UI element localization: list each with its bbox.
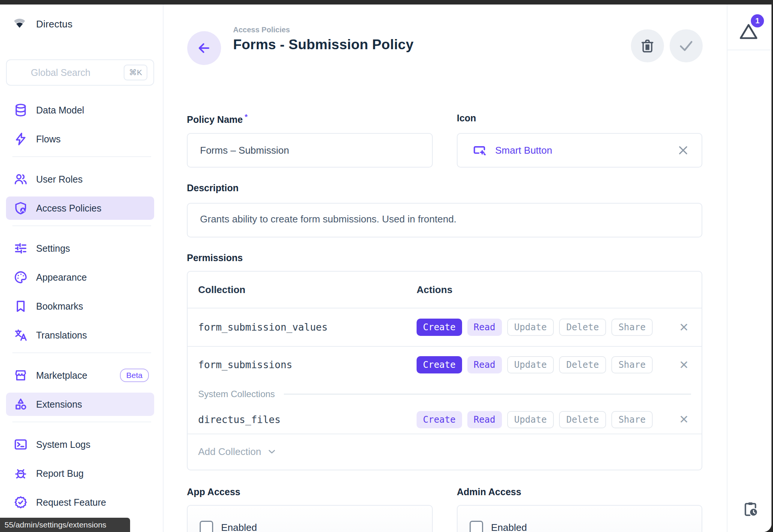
sidebar-item-label: Marketplace: [36, 370, 87, 381]
shield-user-icon: [14, 201, 28, 215]
browser-window: Directus Global Search ⌘K Data Model: [0, 0, 773, 532]
sidebar-item-label: Translations: [36, 330, 87, 341]
remove-row-icon[interactable]: ✕: [679, 322, 689, 333]
sidebar-item-label: Flows: [36, 134, 61, 145]
collection-name: form_submissions: [198, 359, 417, 370]
sidebar-item-user-roles[interactable]: User Roles: [6, 168, 154, 191]
bug-icon: [14, 466, 28, 481]
window-top-bar: [0, 0, 773, 5]
column-header-actions: Actions: [417, 284, 452, 296]
clipboard-clock-icon[interactable]: [742, 500, 759, 518]
directus-logo-icon: [11, 16, 28, 32]
action-chip-update[interactable]: Update: [507, 319, 554, 336]
action-chip-create[interactable]: Create: [417, 356, 462, 373]
page-title: Forms - Submission Policy: [233, 37, 414, 53]
remove-row-icon[interactable]: ✕: [679, 414, 689, 425]
app-name: Directus: [36, 18, 73, 30]
bolt-icon: [14, 132, 28, 146]
admin-access-checkbox[interactable]: [470, 521, 483, 532]
admin-access-box: Enabled: [457, 505, 702, 532]
permission-row-directus-files: directus_files Create Read Update Delete…: [188, 405, 702, 434]
sidebar-item-settings[interactable]: Settings: [6, 237, 154, 260]
permissions-label: Permissions: [187, 252, 243, 263]
add-collection-label: Add Collection: [198, 446, 261, 458]
action-chips: Create Read Update Delete Share: [417, 319, 653, 336]
add-collection-button[interactable]: Add Collection: [188, 434, 702, 469]
sidebar-nav: Data Model Flows User Roles: [0, 98, 164, 520]
sidebar-item-marketplace[interactable]: Marketplace Beta: [6, 364, 154, 387]
sidebar-item-label: User Roles: [36, 174, 83, 185]
beta-badge: Beta: [120, 369, 149, 382]
sidebar-item-label: Appearance: [36, 272, 87, 283]
permissions-table: Collection Actions form_submission_value…: [187, 271, 702, 470]
clear-icon-button[interactable]: [677, 144, 690, 157]
sidebar-item-extensions[interactable]: Extensions: [6, 393, 154, 416]
delete-button[interactable]: [631, 29, 664, 62]
seal-check-icon: [14, 495, 28, 509]
search-shortcut-badge: ⌘K: [124, 65, 147, 80]
global-search-input[interactable]: Global Search ⌘K: [6, 59, 154, 86]
sidebar-item-label: Bookmarks: [36, 301, 83, 312]
action-chip-read[interactable]: Read: [467, 356, 502, 373]
directus-app: Directus Global Search ⌘K Data Model: [0, 5, 771, 532]
app-logo-row[interactable]: Directus: [11, 16, 73, 32]
column-header-collection: Collection: [198, 284, 417, 296]
sidebar-divider: [12, 225, 151, 226]
policy-name-label: Policy Name*: [187, 113, 247, 125]
admin-access-checkbox-label: Enabled: [491, 522, 527, 532]
action-chip-delete[interactable]: Delete: [559, 319, 606, 336]
icon-input[interactable]: Smart Button: [457, 133, 702, 168]
translate-icon: [14, 328, 28, 342]
action-chip-delete[interactable]: Delete: [559, 411, 606, 428]
sidebar-item-bookmarks[interactable]: Bookmarks: [6, 295, 154, 318]
trash-icon: [640, 38, 655, 54]
action-chip-share[interactable]: Share: [611, 411, 653, 428]
remove-row-icon[interactable]: ✕: [679, 359, 689, 371]
action-chip-update[interactable]: Update: [507, 356, 554, 373]
action-chip-create[interactable]: Create: [417, 411, 462, 428]
sidebar-item-translations[interactable]: Translations: [6, 323, 154, 347]
action-chip-read[interactable]: Read: [467, 319, 502, 336]
sidebar-item-data-model[interactable]: Data Model: [6, 98, 154, 122]
collection-name: directus_files: [198, 414, 417, 425]
policy-name-input[interactable]: Forms – Submission: [187, 133, 433, 168]
back-button[interactable]: [187, 31, 221, 65]
action-chip-share[interactable]: Share: [611, 356, 653, 373]
sidebar-item-report-bug[interactable]: Report Bug: [6, 462, 154, 485]
check-icon: [678, 37, 695, 54]
save-button[interactable]: [670, 29, 703, 62]
action-chip-update[interactable]: Update: [507, 411, 554, 428]
action-chip-share[interactable]: Share: [611, 319, 653, 336]
users-icon: [14, 172, 28, 186]
sidebar-item-label: Access Policies: [36, 203, 102, 214]
rail-divider: [728, 50, 771, 50]
search-placeholder: Global Search: [7, 67, 124, 78]
main-content: Access Policies Forms - Submission Polic…: [164, 5, 727, 532]
bookmark-icon: [14, 299, 28, 313]
app-access-checkbox[interactable]: [200, 521, 213, 532]
arrow-left-icon: [197, 41, 212, 56]
action-chip-delete[interactable]: Delete: [559, 356, 606, 373]
description-input[interactable]: Grants ability to create form submission…: [187, 203, 702, 237]
app-access-box: Enabled: [187, 505, 433, 532]
action-chip-create[interactable]: Create: [417, 319, 462, 336]
action-chip-read[interactable]: Read: [467, 411, 502, 428]
icon-value: Smart Button: [495, 145, 552, 156]
sidebar-item-flows[interactable]: Flows: [6, 127, 154, 151]
tune-icon: [14, 241, 28, 255]
system-collections-label: System Collections: [198, 389, 275, 399]
breadcrumb[interactable]: Access Policies: [233, 26, 290, 34]
app-access-label: App Access: [187, 487, 240, 497]
action-chips: Create Read Update Delete Share: [417, 356, 653, 373]
sidebar-item-label: Settings: [36, 243, 70, 254]
right-rail: 1: [727, 5, 771, 532]
smart-button-icon: [472, 143, 487, 158]
sidebar-item-access-policies[interactable]: Access Policies: [6, 196, 154, 220]
sidebar-item-system-logs[interactable]: System Logs: [6, 433, 154, 456]
sidebar: Directus Global Search ⌘K Data Model: [0, 5, 164, 532]
storefront-icon: [14, 368, 28, 382]
notification-badge[interactable]: 1: [751, 14, 764, 27]
sidebar-item-appearance[interactable]: Appearance: [6, 266, 154, 289]
sidebar-divider: [12, 156, 151, 157]
sidebar-item-request-feature[interactable]: Request Feature: [6, 491, 154, 514]
